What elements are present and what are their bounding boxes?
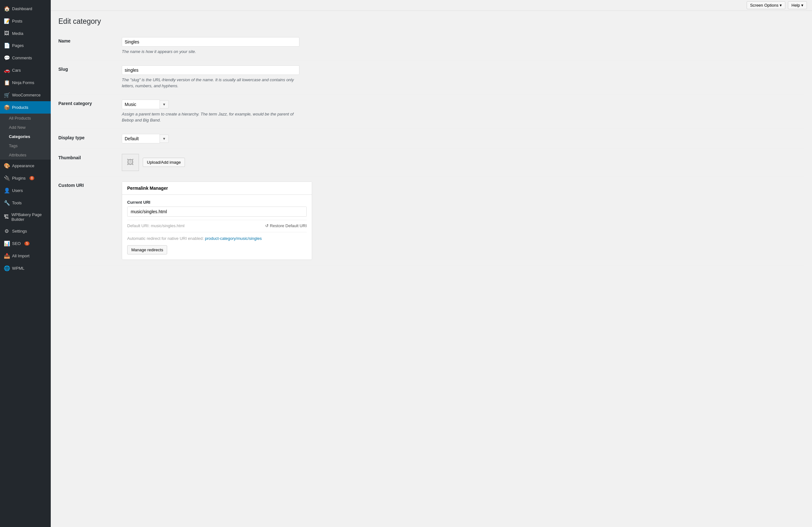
- slug-cell: The "slug" is the URL-friendly version o…: [122, 60, 804, 94]
- submenu-attributes[interactable]: Attributes: [0, 151, 51, 160]
- restore-default-uri-button[interactable]: ↺ Restore Default URI: [265, 223, 307, 228]
- products-icon: 📦: [4, 104, 10, 110]
- media-icon: 🖼: [4, 30, 10, 36]
- permalink-manager-box: Permalink Manager Current URI Default UR…: [122, 182, 312, 260]
- parent-select-arrow[interactable]: ▼: [160, 100, 169, 109]
- chevron-down-icon-help: ▾: [801, 3, 803, 8]
- parent-category-cell: Music ▼ Assign a parent term to create a…: [122, 94, 804, 128]
- submenu-categories[interactable]: Categories: [0, 132, 51, 141]
- seo-icon: 📊: [4, 241, 10, 246]
- name-description: The name is how it appears on your site.: [122, 48, 300, 55]
- plugins-icon: 🔌: [4, 175, 10, 181]
- thumbnail-placeholder: 🖼: [122, 154, 139, 171]
- display-type-cell: Default ▼: [122, 128, 804, 148]
- wpbakery-icon: 🏗: [4, 214, 9, 220]
- sidebar-item-woocommerce[interactable]: 🛒 WooCommerce: [0, 89, 51, 101]
- thumbnail-cell: 🖼 Upload/Add image: [122, 148, 804, 176]
- submenu-tags[interactable]: Tags: [0, 141, 51, 151]
- custom-uri-cell: Permalink Manager Current URI Default UR…: [122, 176, 804, 265]
- permalink-manager-body: Current URI Default URI: music/singles.h…: [122, 195, 312, 259]
- thumbnail-label: Thumbnail: [58, 148, 122, 176]
- name-cell: The name is how it appears on your site.: [122, 32, 804, 60]
- sidebar-item-appearance[interactable]: 🎨 Appearance: [0, 160, 51, 172]
- restore-icon: ↺: [265, 223, 269, 228]
- current-uri-label: Current URI: [127, 200, 307, 205]
- display-type-label: Display type: [58, 128, 122, 148]
- display-select-wrap: Default ▼: [122, 134, 804, 143]
- posts-icon: 📝: [4, 18, 10, 24]
- products-submenu: All Products Add New Categories Tags Att…: [0, 114, 51, 160]
- appearance-icon: 🎨: [4, 163, 10, 169]
- name-row: Name The name is how it appears on your …: [58, 32, 804, 60]
- name-label: Name: [58, 32, 122, 60]
- redirect-link[interactable]: product-category/music/singles: [205, 236, 262, 241]
- chevron-down-icon: ▾: [780, 3, 782, 8]
- default-uri-text: Default URI: music/singles.html: [127, 223, 185, 228]
- manage-redirects-button[interactable]: Manage redirects: [127, 245, 167, 255]
- current-uri-input[interactable]: [127, 206, 307, 217]
- custom-uri-row: Custom URI Permalink Manager Current URI…: [58, 176, 804, 265]
- woocommerce-icon: 🛒: [4, 92, 10, 98]
- cars-icon: 🚗: [4, 67, 10, 73]
- dashboard-icon: 🏠: [4, 6, 10, 12]
- permalink-manager-title: Permalink Manager: [122, 182, 312, 195]
- page-title: Edit category: [58, 17, 804, 26]
- settings-icon: ⚙: [4, 228, 10, 234]
- slug-row: Slug The "slug" is the URL-friendly vers…: [58, 60, 804, 94]
- sidebar-item-pages[interactable]: 📄 Pages: [0, 39, 51, 52]
- ninja-forms-icon: 📋: [4, 80, 10, 86]
- sidebar-item-comments[interactable]: 💬 Comments: [0, 52, 51, 64]
- topbar: Screen Options ▾ Help ▾: [51, 0, 812, 11]
- parent-category-select[interactable]: Music: [122, 100, 160, 109]
- submenu-all-products[interactable]: All Products: [0, 114, 51, 123]
- screen-options-button[interactable]: Screen Options ▾: [746, 1, 786, 9]
- content-area: Edit category Name The name is how it ap…: [51, 11, 812, 527]
- sidebar-item-products[interactable]: 📦 Products: [0, 101, 51, 114]
- custom-uri-label: Custom URI: [58, 176, 122, 265]
- sidebar-item-users[interactable]: 👤 Users: [0, 184, 51, 197]
- main-area: Screen Options ▾ Help ▾ Edit category Na…: [51, 0, 812, 527]
- sidebar-item-wpml[interactable]: 🌐 WPML: [0, 262, 51, 274]
- sidebar-item-cars[interactable]: 🚗 Cars: [0, 64, 51, 76]
- comments-icon: 💬: [4, 55, 10, 61]
- upload-image-button[interactable]: Upload/Add image: [143, 158, 185, 167]
- display-type-select[interactable]: Default: [122, 134, 160, 143]
- sidebar-item-settings[interactable]: ⚙ Settings: [0, 225, 51, 237]
- display-type-row: Display type Default ▼: [58, 128, 804, 148]
- sidebar-item-wpbakery[interactable]: 🏗 WPBakery Page Builder: [0, 209, 51, 225]
- sidebar-item-plugins[interactable]: 🔌 Plugins 8: [0, 172, 51, 184]
- thumbnail-row: Thumbnail 🖼 Upload/Add image: [58, 148, 804, 176]
- redirect-info-row: Automatic redirect for native URI enable…: [127, 232, 307, 241]
- sidebar-item-media[interactable]: 🖼 Media: [0, 27, 51, 39]
- form-table: Name The name is how it appears on your …: [58, 32, 804, 265]
- sidebar-item-all-import[interactable]: 📥 All Import: [0, 250, 51, 262]
- sidebar-item-ninja-forms[interactable]: 📋 Ninja Forms: [0, 76, 51, 89]
- parent-description: Assign a parent term to create a hierarc…: [122, 111, 300, 124]
- seo-badge: 5: [25, 241, 29, 245]
- sidebar-item-seo[interactable]: 📊 SEO 5: [0, 237, 51, 250]
- plugins-badge: 8: [29, 176, 34, 180]
- slug-input[interactable]: [122, 65, 300, 75]
- parent-category-row: Parent category Music ▼ Assign a parent …: [58, 94, 804, 128]
- image-icon: 🖼: [127, 158, 134, 167]
- sidebar: 🏠 Dashboard 📝 Posts 🖼 Media 📄 Pages 💬 Co…: [0, 0, 51, 527]
- users-icon: 👤: [4, 187, 10, 194]
- submenu-add-new[interactable]: Add New: [0, 123, 51, 132]
- sidebar-item-dashboard[interactable]: 🏠 Dashboard: [0, 2, 51, 15]
- wpml-icon: 🌐: [4, 265, 10, 271]
- slug-label: Slug: [58, 60, 122, 94]
- default-uri-row: Default URI: music/singles.html ↺ Restor…: [127, 220, 307, 228]
- tools-icon: 🔧: [4, 200, 10, 206]
- pages-icon: 📄: [4, 43, 10, 48]
- parent-category-label: Parent category: [58, 94, 122, 128]
- sidebar-item-posts[interactable]: 📝 Posts: [0, 15, 51, 27]
- name-input[interactable]: [122, 37, 300, 47]
- thumbnail-area: 🖼 Upload/Add image: [122, 154, 804, 171]
- parent-select-wrap: Music ▼: [122, 100, 804, 109]
- slug-description: The "slug" is the URL-friendly version o…: [122, 77, 300, 89]
- sidebar-item-tools[interactable]: 🔧 Tools: [0, 197, 51, 209]
- display-select-arrow[interactable]: ▼: [160, 134, 169, 143]
- all-import-icon: 📥: [4, 253, 10, 259]
- help-button[interactable]: Help ▾: [788, 1, 807, 9]
